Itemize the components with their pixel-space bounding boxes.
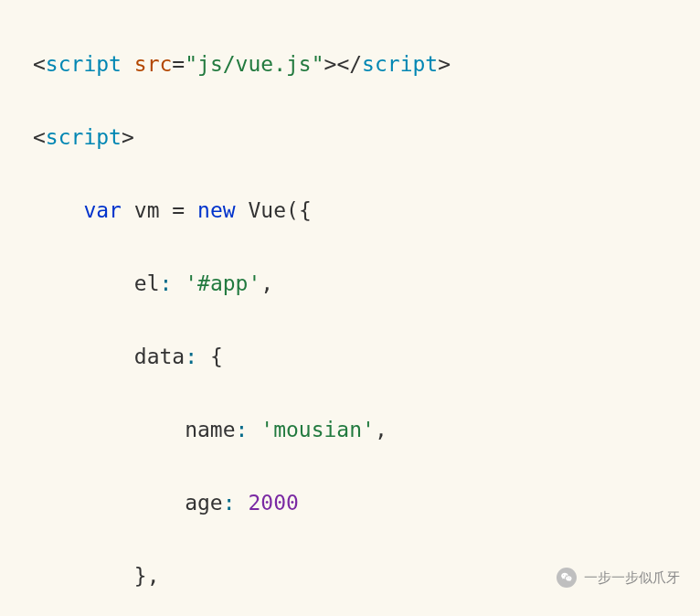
- code-line: el: '#app',: [33, 265, 700, 302]
- watermark: 一步一步似爪牙: [557, 559, 680, 596]
- code-line: age: 2000: [33, 484, 700, 521]
- code-line: <script>: [33, 119, 700, 155]
- wechat-icon: [557, 568, 577, 588]
- watermark-text: 一步一步似爪牙: [584, 559, 680, 596]
- code-line: var vm = new Vue({: [33, 192, 700, 228]
- code-block: <script src="js/vue.js"></script> <scrip…: [0, 0, 700, 616]
- code-line: <script src="js/vue.js"></script>: [33, 46, 700, 82]
- code-line: name: 'mousian',: [33, 411, 700, 448]
- code-line: data: {: [33, 338, 700, 375]
